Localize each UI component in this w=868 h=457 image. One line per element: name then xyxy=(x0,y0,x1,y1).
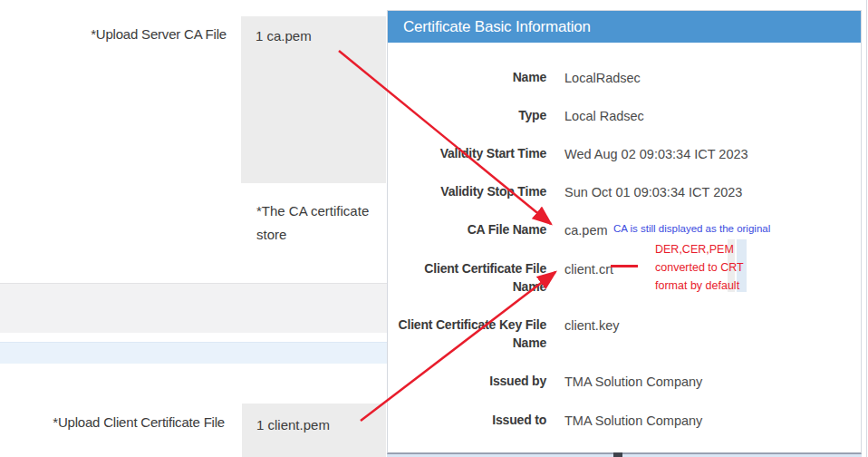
field-value: Sun Oct 01 09:03:34 ICT 2023 xyxy=(564,183,742,201)
panel-resize-handle[interactable] xyxy=(613,452,622,457)
crt-conversion-annotation: DER,CER,PEM converted to CRT format by d… xyxy=(655,240,744,295)
server-ca-upload-box[interactable]: 1 ca.pem xyxy=(241,16,386,183)
field-label: Client Certificate File Name xyxy=(388,259,546,296)
field-value: TMA Solution Company xyxy=(564,373,702,391)
field-label: CA File Name xyxy=(388,220,546,238)
field-value: LocalRadsec xyxy=(564,69,641,87)
gray-row-band xyxy=(0,283,387,333)
field-label: Type xyxy=(388,106,546,124)
ca-filename-annotation: CA is still displayed as the original xyxy=(613,223,770,234)
certificate-basic-information-panel: Certificate Basic Information Name Local… xyxy=(387,10,862,454)
upload-client-cert-label: *Upload Client Certificate File xyxy=(0,414,225,430)
highlighted-row-band xyxy=(0,342,387,364)
panel-title-bar: Certificate Basic Information xyxy=(388,11,861,43)
upload-server-ca-label: *Upload Server CA File xyxy=(0,26,227,42)
field-value: Local Radsec xyxy=(564,107,644,125)
field-label: Validity Stop Time xyxy=(388,182,546,200)
field-value: Wed Aug 02 09:03:34 ICT 2023 xyxy=(564,145,748,163)
field-value: ca.pem xyxy=(564,221,608,239)
field-value: TMA Solution Company xyxy=(564,412,702,430)
field-value: client.key xyxy=(564,316,619,335)
annotation-dash xyxy=(611,265,638,267)
field-value: client.crt xyxy=(564,260,613,278)
field-label: Issued by xyxy=(388,372,546,390)
panel-title: Certificate Basic Information xyxy=(403,18,591,35)
window-edge-line xyxy=(866,0,867,457)
field-label: Client Certificate Key File Name xyxy=(388,316,546,352)
client-cert-file-chip[interactable]: 1 client.pem xyxy=(256,417,330,433)
field-label: Issued to xyxy=(388,411,546,429)
server-ca-file-chip[interactable]: 1 ca.pem xyxy=(256,28,312,44)
field-label: Validity Start Time xyxy=(388,144,546,162)
field-label: Name xyxy=(388,68,546,86)
client-cert-upload-box[interactable]: 1 client.pem xyxy=(242,404,386,457)
